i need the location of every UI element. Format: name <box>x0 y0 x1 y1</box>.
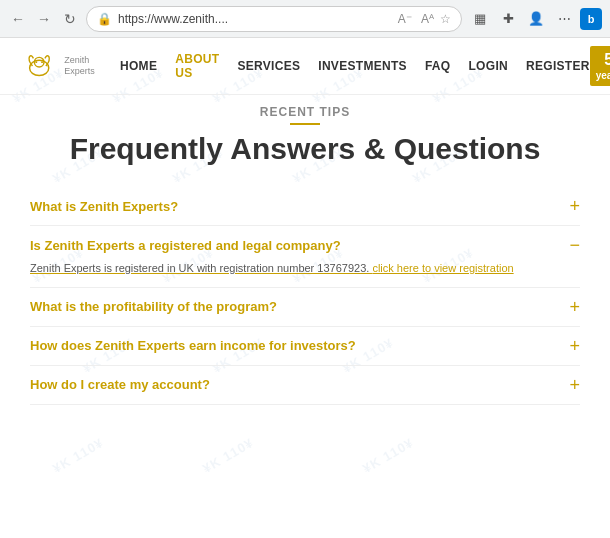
nav-register[interactable]: REGISTER <box>526 59 590 73</box>
faq-toggle-1[interactable]: + <box>569 197 580 215</box>
faq-item-5: How do I create my account? + <box>30 366 580 405</box>
lock-icon: 🔒 <box>97 12 112 26</box>
forward-button[interactable]: → <box>34 9 54 29</box>
faq-question-row-2[interactable]: Is Zenith Experts a registered and legal… <box>30 236 580 254</box>
faq-answer-text-2: Zenith Experts is registered in UK with … <box>30 262 372 274</box>
watermark: ¥K 110¥ <box>50 435 106 476</box>
refresh-button[interactable]: ↻ <box>60 9 80 29</box>
logo-icon <box>20 46 58 86</box>
nav-about-us[interactable]: ABOUT US <box>175 52 219 80</box>
back-button[interactable]: ← <box>8 9 28 29</box>
more-button[interactable]: ⋯ <box>552 7 576 31</box>
view-registration-link[interactable]: click here to view registration <box>372 262 513 274</box>
faq-question-row-1[interactable]: What is Zenith Experts? + <box>30 197 580 215</box>
faq-question-4: How does Zenith Experts earn income for … <box>30 338 356 353</box>
faq-item-1: What is Zenith Experts? + <box>30 187 580 226</box>
nav-investments[interactable]: INVESTMENTS <box>318 59 407 73</box>
faq-question-2: Is Zenith Experts a registered and legal… <box>30 238 341 253</box>
faq-list: What is Zenith Experts? + Is Zenith Expe… <box>30 187 580 405</box>
tab-grid-button[interactable]: ▦ <box>468 7 492 31</box>
svg-point-0 <box>30 60 49 75</box>
faq-answer-2: Zenith Experts is registered in UK with … <box>30 260 580 277</box>
extensions-button[interactable]: ✚ <box>496 7 520 31</box>
svg-point-2 <box>35 61 37 63</box>
browser-nav-controls: ← → ↻ <box>8 9 80 29</box>
faq-toggle-5[interactable]: + <box>569 376 580 394</box>
nav-services[interactable]: SERVICES <box>237 59 300 73</box>
faq-question-row-5[interactable]: How do I create my account? + <box>30 376 580 394</box>
url-text: https://www.zenith.... <box>118 12 392 26</box>
years-badge: 5 years <box>590 46 610 85</box>
logo-text: Zenith Experts <box>64 55 120 77</box>
nav-home[interactable]: HOME <box>120 59 157 73</box>
webpage: ¥K 110¥ ¥K 110¥ ¥K 110¥ ¥K 110¥ ¥K 110¥ … <box>0 38 610 538</box>
faq-toggle-4[interactable]: + <box>569 337 580 355</box>
faq-question-5: How do I create my account? <box>30 377 210 392</box>
logo-area: Zenith Experts <box>20 46 120 86</box>
main-content: RECENT TIPS Frequently Answers & Questio… <box>0 95 610 405</box>
faq-item-4: How does Zenith Experts earn income for … <box>30 327 580 366</box>
recent-tips-label: RECENT TIPS <box>30 105 580 119</box>
site-header: Zenith Experts HOME ABOUT US SERVICES IN… <box>0 38 610 95</box>
faq-toggle-3[interactable]: + <box>569 298 580 316</box>
browser-toolbar: ← → ↻ 🔒 https://www.zenith.... A⁻ Aᴬ ☆ ▦… <box>0 0 610 38</box>
browser-action-buttons: ▦ ✚ 👤 ⋯ b <box>468 7 602 31</box>
font-options: A⁻ Aᴬ <box>398 12 434 26</box>
watermark: ¥K 110¥ <box>360 435 416 476</box>
bing-button[interactable]: b <box>580 8 602 30</box>
svg-point-3 <box>41 61 43 63</box>
divider <box>290 123 320 125</box>
faq-question-row-4[interactable]: How does Zenith Experts earn income for … <box>30 337 580 355</box>
watermark: ¥K 110¥ <box>200 435 256 476</box>
nav-login[interactable]: LOGIN <box>468 59 508 73</box>
recent-tips-section: RECENT TIPS <box>30 105 580 125</box>
bookmark-icon[interactable]: ☆ <box>440 12 451 26</box>
profile-button[interactable]: 👤 <box>524 7 548 31</box>
faq-toggle-2[interactable]: − <box>569 236 580 254</box>
faq-question-row-3[interactable]: What is the profitability of the program… <box>30 298 580 316</box>
faq-question-1: What is Zenith Experts? <box>30 199 178 214</box>
faq-question-3: What is the profitability of the program… <box>30 299 277 314</box>
faq-item-3: What is the profitability of the program… <box>30 288 580 327</box>
nav-faq[interactable]: FAQ <box>425 59 451 73</box>
page-title: Frequently Answers & Questions <box>30 131 580 167</box>
faq-item-2: Is Zenith Experts a registered and legal… <box>30 226 580 288</box>
address-bar[interactable]: 🔒 https://www.zenith.... A⁻ Aᴬ ☆ <box>86 6 462 32</box>
main-nav: HOME ABOUT US SERVICES INVESTMENTS FAQ L… <box>120 52 590 80</box>
